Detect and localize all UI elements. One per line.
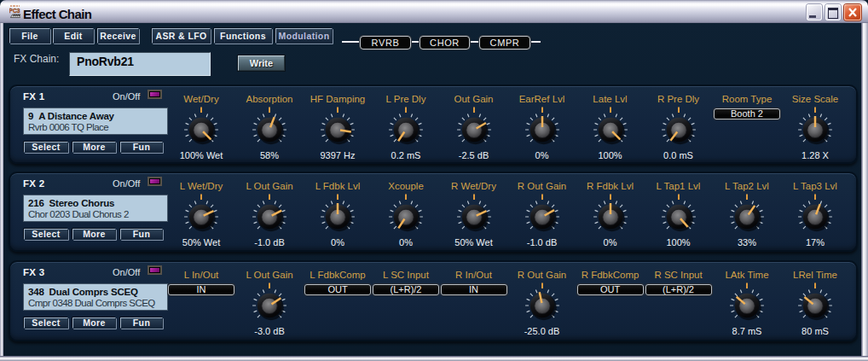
svg-text:PC3: PC3 [9, 7, 20, 15]
